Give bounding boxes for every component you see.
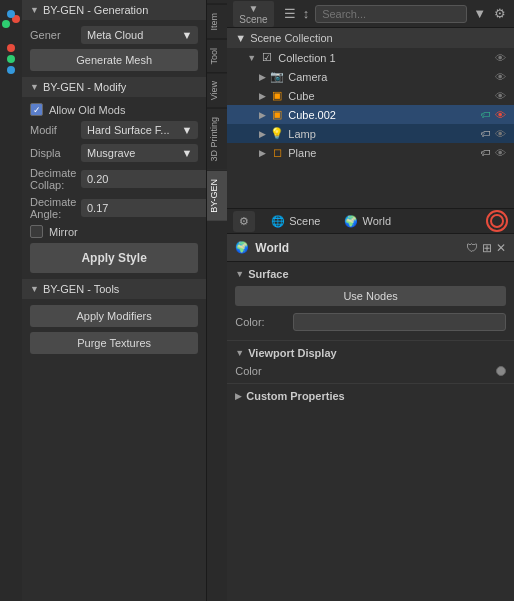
decimate-collapse-input[interactable]	[81, 170, 207, 188]
custom-properties-label: Custom Properties	[246, 390, 344, 402]
tab-item[interactable]: Item	[207, 4, 227, 39]
outliner-search[interactable]	[315, 5, 467, 23]
modify-section-header[interactable]: ▼ BY-GEN - Modify	[22, 77, 206, 97]
eye-icon[interactable]: 👁	[495, 52, 506, 64]
camera-icon: 📷	[270, 70, 284, 83]
material-panel: 🌍 World 🛡 ⊞ ✕ ▼ Surface Use Nodes Color:	[227, 234, 514, 601]
lamp-icon: 💡	[270, 127, 284, 140]
world-header-icon: 🌍	[235, 241, 249, 254]
world-title: World	[255, 241, 289, 255]
surface-expand-icon: ▼	[235, 269, 244, 279]
decimate-collapse-row: Decimate Collap:	[30, 167, 198, 191]
gizmo-small-dots	[7, 44, 15, 74]
item-name: Camera	[288, 71, 491, 83]
list-item[interactable]: ▶ ▣ Cube.002 🏷 👁	[227, 105, 514, 124]
cube002-icon: ▣	[270, 108, 284, 121]
color-swatch[interactable]	[293, 313, 506, 331]
display-chevron: ▼	[181, 147, 192, 159]
custom-properties-section[interactable]: ▶ Custom Properties	[227, 384, 514, 408]
outliner-header: ▼ Scene Collection	[227, 28, 514, 48]
generator-dropdown[interactable]: Meta Cloud ▼	[81, 26, 198, 44]
vd-color-dot[interactable]	[496, 366, 506, 376]
gizmo-panel	[0, 0, 22, 601]
apply-modifiers-button[interactable]: Apply Modifiers	[30, 305, 198, 327]
tools-section-content: Apply Modifiers Purge Textures	[22, 299, 206, 360]
mirror-label: Mirror	[49, 226, 78, 238]
list-item[interactable]: ▼ ☑ Collection 1 👁	[227, 48, 514, 67]
list-item[interactable]: ▶ 📷 Camera 👁	[227, 67, 514, 86]
plane-tag-icon: 🏷	[481, 147, 491, 158]
generator-label: Gener	[30, 29, 75, 41]
axis-gizmo	[0, 8, 22, 30]
properties-icon-btn[interactable]: ⚙	[237, 213, 251, 230]
cp-header: ▶ Custom Properties	[235, 390, 506, 402]
dot-green	[7, 55, 15, 63]
allow-old-mods-checkbox[interactable]: ✓	[30, 103, 43, 116]
list-item[interactable]: ▶ ◻ Plane 🏷 👁	[227, 143, 514, 162]
modifier-value: Hard Surface F...	[87, 124, 170, 136]
eye-icon[interactable]: 👁	[495, 128, 506, 140]
modifier-row: Modif Hard Surface F... ▼	[30, 121, 198, 139]
generator-chevron: ▼	[181, 29, 192, 41]
top-bar: ▼ Scene ☰ ↕ ▼ ⚙	[227, 0, 514, 28]
world-tab-label: World	[362, 215, 391, 227]
color-label: Color:	[235, 316, 285, 328]
world-tab-btn[interactable]: 🌍 World	[336, 212, 399, 231]
modify-section-content: ✓ Allow Old Mods Modif Hard Surface F...…	[22, 97, 206, 279]
color-row: Color:	[235, 310, 506, 334]
view-layer-btn[interactable]: ▼ Scene	[233, 1, 273, 27]
viewport-display-section: ▼ Viewport Display Color	[227, 341, 514, 384]
eye-icon[interactable]: 👁	[495, 109, 506, 121]
grid-icon-btn[interactable]: ⊞	[482, 241, 492, 255]
purge-textures-button[interactable]: Purge Textures	[30, 332, 198, 354]
vd-color-row: Color	[235, 365, 506, 377]
item-name: Collection 1	[278, 52, 491, 64]
apply-style-button[interactable]: Apply Style	[30, 243, 198, 273]
decimate-collapse-label: Decimate Collap:	[30, 167, 75, 191]
lamp-tag-icon: 🏷	[481, 128, 491, 139]
generate-mesh-button[interactable]: Generate Mesh	[30, 49, 198, 71]
modifier-dropdown[interactable]: Hard Surface F... ▼	[81, 121, 198, 139]
mirror-checkbox[interactable]	[30, 225, 43, 238]
scene-collection-icon: ▼	[235, 32, 246, 44]
tab-3d-printing[interactable]: 3D Printing	[207, 108, 227, 170]
active-indicator-circle[interactable]	[486, 210, 508, 232]
y-axis-dot	[2, 20, 10, 28]
outliner: ▼ Scene Collection ▼ ☑ Collection 1 👁 ▶ …	[227, 28, 514, 208]
modify-header-label: BY-GEN - Modify	[43, 81, 126, 93]
expand-icon: ▶	[259, 110, 266, 120]
world-icon: 🌍	[344, 215, 358, 228]
vd-header[interactable]: ▼ Viewport Display	[235, 347, 506, 359]
right-area: ▼ Scene ☰ ↕ ▼ ⚙ ▼ Scene Collection ▼ ☑ C…	[227, 0, 514, 601]
filter-btn[interactable]: ▼	[471, 4, 488, 23]
display-value: Musgrave	[87, 147, 135, 159]
generator-row: Gener Meta Cloud ▼	[30, 26, 198, 44]
decimate-angle-label: Decimate Angle:	[30, 196, 75, 220]
tab-bygen[interactable]: BY-GEN	[207, 170, 227, 221]
scene-tab-btn[interactable]: 🌐 Scene	[263, 212, 328, 231]
scene-tab-label: Scene	[289, 215, 320, 227]
list-item[interactable]: ▶ ▣ Cube 👁	[227, 86, 514, 105]
decimate-angle-input[interactable]	[81, 199, 207, 217]
surface-header[interactable]: ▼ Surface	[235, 268, 506, 280]
tab-tool[interactable]: Tool	[207, 39, 227, 73]
plane-icon: ◻	[270, 146, 284, 159]
display-dropdown[interactable]: Musgrave ▼	[81, 144, 198, 162]
list-item[interactable]: ▶ 💡 Lamp 🏷 👁	[227, 124, 514, 143]
settings-btn[interactable]: ⚙	[492, 4, 508, 23]
shield-icon-btn[interactable]: 🛡	[466, 241, 478, 255]
tab-view[interactable]: View	[207, 72, 227, 108]
eye-icon[interactable]: 👁	[495, 147, 506, 159]
tools-section-header[interactable]: ▼ BY-GEN - Tools	[22, 279, 206, 299]
generation-section-header[interactable]: ▼ BY-GEN - Generation	[22, 0, 206, 20]
collection-icon: ☑	[260, 51, 274, 64]
filter-icon-btn[interactable]: ☰	[282, 4, 298, 23]
sort-icon-btn[interactable]: ↕	[301, 4, 312, 23]
eye-icon[interactable]: 👁	[495, 90, 506, 102]
eye-icon[interactable]: 👁	[495, 71, 506, 83]
use-nodes-button[interactable]: Use Nodes	[235, 286, 506, 306]
generator-value: Meta Cloud	[87, 29, 143, 41]
scene-icon: 🌐	[271, 215, 285, 228]
surface-section: ▼ Surface Use Nodes Color:	[227, 262, 514, 341]
close-icon-btn[interactable]: ✕	[496, 241, 506, 255]
